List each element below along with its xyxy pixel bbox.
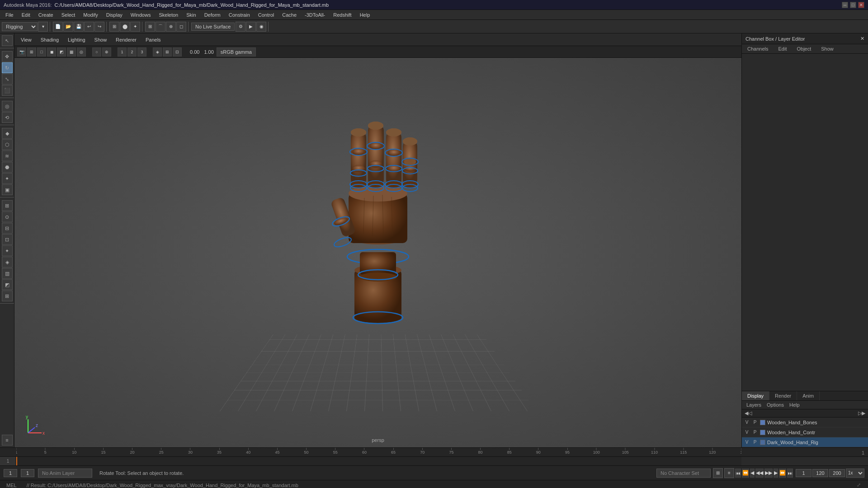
snap-surface-btn[interactable]: ◻ xyxy=(176,22,186,32)
3d-viewport[interactable]: x y z persp xyxy=(14,58,741,447)
menu-skin[interactable]: Skin xyxy=(183,11,199,19)
render-btn[interactable]: ▶ xyxy=(246,22,256,32)
smooth-shade-btn[interactable]: ◼ xyxy=(47,47,56,56)
paint-btn[interactable]: ✦ xyxy=(130,22,140,32)
next-key-btn[interactable]: ⏩ xyxy=(779,469,786,478)
snap-curve-btn[interactable]: ⌒ xyxy=(156,22,165,32)
sculpt-btn[interactable]: ⟲ xyxy=(2,112,13,123)
wire-btn[interactable]: □ xyxy=(37,47,46,56)
menu-create[interactable]: Create xyxy=(35,11,57,19)
timeline-ruler[interactable] xyxy=(16,456,741,465)
normal-btn[interactable]: ⊞ xyxy=(2,291,13,301)
shade-wire-btn[interactable]: ◩ xyxy=(57,47,66,56)
menu-3dtall[interactable]: -3DToAll- xyxy=(301,11,329,19)
menu-windows[interactable]: Windows xyxy=(127,11,155,19)
open-btn[interactable]: 📂 xyxy=(63,22,73,32)
mel-expand-btn[interactable]: ⤢ xyxy=(853,482,864,488)
frame-start-input[interactable] xyxy=(4,469,17,477)
step-back-btn[interactable]: ◀ xyxy=(750,469,755,478)
render-tab[interactable]: Render xyxy=(769,391,797,400)
xray-joint-btn[interactable]: ⊕ xyxy=(102,47,111,56)
anim-layer-btn[interactable]: No Anim Layer xyxy=(38,469,92,478)
layer-row-dark-wood[interactable]: V P Dark_Wood_Hand_Rig xyxy=(742,437,868,447)
range-end-input[interactable] xyxy=(812,469,828,477)
vp-menu-show[interactable]: Show xyxy=(91,36,111,43)
new-scene-btn[interactable]: 📄 xyxy=(53,22,63,32)
layer-next-btn[interactable]: ▶ xyxy=(862,410,865,416)
menu-constrain[interactable]: Constrain xyxy=(225,11,254,19)
mode-select[interactable]: Rigging Animation Modeling xyxy=(2,22,38,31)
skin-paint-btn[interactable]: ⬣ xyxy=(2,162,13,173)
goto-end-btn[interactable]: ⏭ xyxy=(787,469,793,478)
layers-help[interactable]: Help xyxy=(788,402,802,408)
timeline[interactable]: 1 xyxy=(0,456,868,465)
menu-select[interactable]: Select xyxy=(58,11,79,19)
menu-edit[interactable]: Edit xyxy=(18,11,34,19)
joint-tool-btn[interactable]: ◆ xyxy=(2,128,13,139)
display-toggle-btn[interactable]: ⊞ xyxy=(2,200,13,211)
range-out-input[interactable] xyxy=(829,469,845,477)
minimize-button[interactable]: ─ xyxy=(842,2,848,8)
display-tab[interactable]: Display xyxy=(742,391,769,400)
live-surface-btn[interactable]: No Live Surface xyxy=(191,23,235,31)
ik-handle-btn[interactable]: ⬡ xyxy=(2,139,13,150)
step-fwd-btn[interactable]: ▶ xyxy=(774,469,778,478)
snap-grid-btn[interactable]: ⊞ xyxy=(145,22,155,32)
undo-btn[interactable]: ↩ xyxy=(84,22,94,32)
menu-redshift[interactable]: Redshift xyxy=(330,11,355,19)
range-start-input[interactable] xyxy=(796,469,811,477)
edit-tab[interactable]: Edit xyxy=(774,45,791,52)
menu-cache[interactable]: Cache xyxy=(278,11,300,19)
anim-tab[interactable]: Anim xyxy=(797,391,820,400)
menu-modify[interactable]: Modify xyxy=(80,11,101,19)
mel-label[interactable]: MEL xyxy=(4,483,19,488)
color-space-select[interactable]: sRGB gamma xyxy=(217,47,256,56)
render-type-btn[interactable]: ▥ xyxy=(2,268,13,279)
ik-spline-btn[interactable]: ≋ xyxy=(2,150,13,161)
rotate-tool-btn[interactable]: ↻ xyxy=(2,62,13,73)
vp-menu-shading[interactable]: Shading xyxy=(37,36,62,43)
layer-next2-btn[interactable]: ▷ xyxy=(858,410,862,416)
move-tool-btn[interactable]: ✥ xyxy=(2,51,13,62)
lasso-btn[interactable]: ⬤ xyxy=(120,22,130,32)
maximize-button[interactable]: □ xyxy=(850,2,856,8)
channel-box-close[interactable]: ✕ xyxy=(860,36,864,42)
char-set-btn[interactable]: No Character Set xyxy=(656,469,711,478)
isolate-select-btn[interactable]: ◈ xyxy=(153,47,162,56)
blendshape-btn[interactable]: ▣ xyxy=(2,184,13,195)
char-set-extra[interactable]: ≡ xyxy=(724,468,734,478)
vp-menu-panels[interactable]: Panels xyxy=(142,36,165,43)
frame-current-input[interactable] xyxy=(21,469,34,477)
menu-help[interactable]: Help xyxy=(356,11,374,19)
layer-prev-btn[interactable]: ◀ xyxy=(745,410,748,416)
isolate-btn[interactable]: ⊙ xyxy=(2,211,13,222)
frame-sel-btn[interactable]: ⊡ xyxy=(173,47,182,56)
object-type-btn[interactable]: ◈ xyxy=(2,257,13,267)
redo-btn[interactable]: ↪ xyxy=(94,22,104,32)
xray-btn[interactable]: ○ xyxy=(92,47,101,56)
vp-menu-renderer[interactable]: Renderer xyxy=(112,36,140,43)
menu-deform[interactable]: Deform xyxy=(201,11,224,19)
layers-layers[interactable]: Layers xyxy=(745,402,763,408)
menu-file[interactable]: File xyxy=(2,11,17,19)
menu-skeleton[interactable]: Skeleton xyxy=(155,11,182,19)
soft-mod-btn[interactable]: ◎ xyxy=(2,101,13,112)
playhead[interactable] xyxy=(16,456,17,465)
display-3-btn[interactable]: 3 xyxy=(137,47,146,56)
light-btn[interactable]: ✦ xyxy=(2,245,13,256)
cluster-btn[interactable]: ✦ xyxy=(2,173,13,184)
layer-row-bones[interactable]: V P Wooden_Hand_Bones xyxy=(742,418,868,427)
render-settings-btn[interactable]: ⚙ xyxy=(236,22,245,32)
grid-btn[interactable]: ⊟ xyxy=(2,223,13,234)
layers-options[interactable]: Options xyxy=(765,402,786,408)
menu-control[interactable]: Control xyxy=(255,11,278,19)
snap-point-btn[interactable]: ⊕ xyxy=(166,22,176,32)
prev-key-btn[interactable]: ⏪ xyxy=(742,469,749,478)
object-tab[interactable]: Object xyxy=(792,45,816,52)
char-set-icon[interactable]: ⊞ xyxy=(713,468,723,478)
layer-row-control[interactable]: V P Wooden_Hand_Contr xyxy=(742,427,868,437)
title-bar-controls[interactable]: ─ □ ✕ xyxy=(842,2,864,8)
misc-tool-btn[interactable]: ≡ xyxy=(2,435,13,446)
menu-display[interactable]: Display xyxy=(103,11,126,19)
select-tool-btn[interactable]: ↖ xyxy=(2,35,13,46)
